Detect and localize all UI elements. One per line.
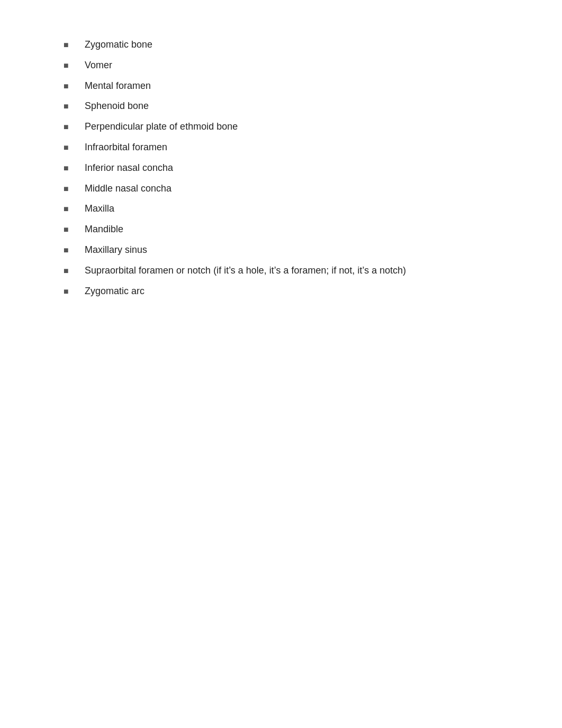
list-item: ■Infraorbital foramen [64, 140, 520, 155]
list-item: ■Zygomatic arc [64, 284, 520, 299]
list-item-text: Vomer [85, 58, 520, 73]
list-item-text: Middle nasal concha [85, 181, 520, 196]
bullet-icon: ■ [64, 222, 78, 236]
bullet-icon: ■ [64, 98, 78, 113]
bullet-icon: ■ [64, 160, 78, 175]
bullet-icon: ■ [64, 78, 78, 93]
bullet-icon: ■ [64, 284, 78, 298]
list-item: ■Sphenoid bone [64, 98, 520, 114]
list-item: ■Zygomatic bone [64, 37, 520, 52]
list-item: ■Supraorbital foramen or notch (if it’s … [64, 263, 520, 278]
list-item: ■Middle nasal concha [64, 181, 520, 196]
list-item: ■Maxillary sinus [64, 242, 520, 258]
list-item-text: Maxillary sinus [85, 242, 520, 258]
list-item: ■Vomer [64, 58, 520, 73]
list-item-text: Mental foramen [85, 78, 520, 94]
bullet-icon: ■ [64, 201, 78, 216]
bullet-icon: ■ [64, 140, 78, 154]
bullet-icon: ■ [64, 37, 78, 52]
bullet-icon: ■ [64, 263, 78, 278]
list-item: ■Mandible [64, 222, 520, 237]
list-item-text: Supraorbital foramen or notch (if it’s a… [85, 263, 520, 278]
list-item-text: Sphenoid bone [85, 98, 520, 114]
list-item: ■Perpendicular plate of ethmoid bone [64, 119, 520, 134]
main-content: ■Zygomatic bone■Vomer■Mental foramen■Sph… [0, 0, 562, 346]
bone-list: ■Zygomatic bone■Vomer■Mental foramen■Sph… [64, 37, 520, 298]
bullet-icon: ■ [64, 181, 78, 196]
bullet-icon: ■ [64, 119, 78, 134]
list-item: ■Maxilla [64, 201, 520, 216]
list-item-text: Zygomatic bone [85, 37, 520, 52]
list-item-text: Inferior nasal concha [85, 160, 520, 176]
list-item: ■Mental foramen [64, 78, 520, 94]
list-item-text: Zygomatic arc [85, 284, 520, 299]
list-item-text: Mandible [85, 222, 520, 237]
list-item: ■Inferior nasal concha [64, 160, 520, 176]
list-item-text: Maxilla [85, 201, 520, 216]
list-item-text: Perpendicular plate of ethmoid bone [85, 119, 520, 134]
bullet-icon: ■ [64, 242, 78, 257]
bullet-icon: ■ [64, 58, 78, 72]
list-item-text: Infraorbital foramen [85, 140, 520, 155]
